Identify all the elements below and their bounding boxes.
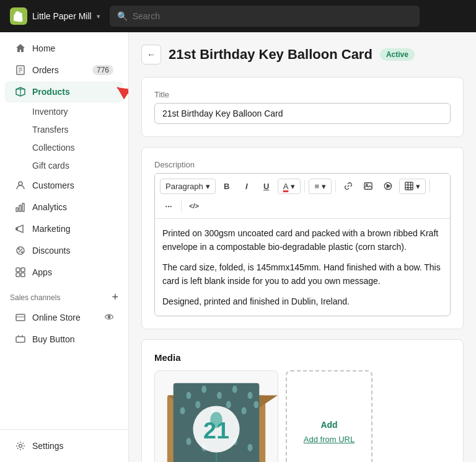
eye-icon[interactable] — [105, 313, 113, 323]
video-button[interactable] — [379, 177, 397, 195]
align-chevron-icon: ▾ — [322, 182, 326, 191]
svg-rect-9 — [19, 205, 21, 211]
paragraph-chevron-icon: ▾ — [206, 182, 210, 191]
search-input[interactable] — [133, 11, 412, 21]
sidebar-nav: Home Orders 776 Products — [0, 32, 128, 429]
status-badge: Active — [380, 48, 415, 61]
svg-point-54 — [247, 444, 252, 451]
media-title: Media — [154, 352, 451, 363]
sidebar-item-gift-cards[interactable]: Gift cards — [5, 157, 123, 174]
description-paragraph-2: The card size, folded, is 145mmx145mm. H… — [162, 260, 443, 288]
sidebar-item-products[interactable]: Products — [5, 81, 123, 102]
sidebar-item-marketing[interactable]: Marketing — [5, 218, 123, 239]
sidebar-item-analytics-label: Analytics — [32, 202, 67, 212]
svg-point-11 — [16, 228, 18, 230]
shopify-logo — [10, 7, 27, 25]
product-image: 21 Happy Birthday — [155, 370, 278, 462]
transfers-label: Transfers — [32, 125, 69, 135]
customers-icon — [15, 180, 26, 191]
svg-rect-32 — [405, 182, 413, 190]
title-input[interactable] — [154, 103, 451, 124]
svg-rect-18 — [16, 273, 20, 277]
svg-point-43 — [232, 386, 237, 393]
media-card: Media — [141, 339, 464, 462]
apps-icon — [15, 267, 26, 278]
media-item-1[interactable]: 21 Happy Birthday — [154, 370, 278, 462]
media-add-area[interactable]: Add Add from URL — [286, 370, 372, 462]
online-store-icon — [15, 312, 26, 323]
svg-point-15 — [22, 252, 23, 253]
sidebar-item-orders-label: Orders — [32, 65, 59, 75]
sidebar-item-home[interactable]: Home — [5, 38, 123, 59]
editor-content[interactable]: Printed on 300gsm uncoated card and pack… — [155, 219, 450, 316]
separator-4 — [181, 200, 182, 212]
sidebar-item-buy-button[interactable]: Buy Button — [5, 329, 123, 350]
underline-button[interactable]: U — [258, 177, 275, 195]
sidebar-item-customers[interactable]: Customers — [5, 175, 123, 196]
sidebar-item-collections[interactable]: Collections — [5, 139, 123, 156]
settings-label: Settings — [32, 441, 64, 451]
paragraph-label: Paragraph — [165, 182, 203, 191]
align-icon: ≡ — [314, 182, 319, 191]
italic-button[interactable]: I — [238, 177, 255, 195]
sidebar-footer: Settings — [0, 429, 128, 462]
search-bar[interactable]: 🔍 — [110, 6, 420, 27]
sidebar-item-inventory[interactable]: Inventory — [5, 103, 123, 120]
sidebar-item-discounts[interactable]: Discounts — [5, 240, 123, 261]
online-store-label: Online Store — [32, 313, 81, 322]
layout: Home Orders 776 Products — [0, 32, 476, 462]
sidebar-item-settings[interactable]: Settings — [5, 435, 123, 456]
svg-point-42 — [217, 392, 222, 399]
title-label: Title — [154, 90, 451, 99]
svg-rect-20 — [16, 314, 25, 321]
align-select[interactable]: ≡ ▾ — [309, 179, 332, 194]
analytics-icon — [15, 202, 26, 213]
table-select[interactable]: ▾ — [399, 179, 426, 194]
svg-rect-10 — [22, 203, 24, 211]
bold-button[interactable]: B — [218, 177, 236, 195]
svg-point-7 — [19, 182, 22, 185]
add-sales-channel-button[interactable]: + — [112, 291, 118, 304]
sidebar-item-orders[interactable]: Orders 776 — [5, 60, 123, 81]
sidebar-item-transfers[interactable]: Transfers — [5, 121, 123, 138]
svg-point-48 — [226, 401, 231, 408]
text-color-label: A — [283, 182, 289, 191]
add-from-url-link[interactable]: Add from URL — [304, 435, 355, 444]
image-button[interactable] — [359, 177, 377, 195]
code-button[interactable]: </> — [185, 197, 203, 215]
collections-label: Collections — [32, 143, 74, 153]
sidebar-item-apps-label: Apps — [32, 267, 52, 277]
link-button[interactable] — [340, 177, 357, 195]
separator-3 — [430, 180, 430, 192]
sales-channels-label: Sales channels + — [0, 283, 128, 306]
add-media-button[interactable]: Add — [320, 420, 337, 430]
svg-rect-17 — [21, 268, 25, 272]
more-button[interactable]: ··· — [160, 197, 177, 215]
svg-point-58 — [210, 412, 223, 428]
sidebar-item-analytics[interactable]: Analytics — [5, 197, 123, 218]
store-logo-area[interactable]: Little Paper Mill ▾ — [10, 7, 100, 25]
text-color-chevron-icon: ▾ — [291, 182, 295, 191]
gift-cards-label: Gift cards — [32, 161, 69, 171]
home-icon — [15, 43, 26, 54]
products-icon — [15, 86, 26, 97]
separator-1 — [304, 180, 305, 192]
svg-point-40 — [186, 392, 191, 399]
description-paragraph-1: Printed on 300gsm uncoated card and pack… — [162, 226, 443, 254]
orders-icon — [15, 64, 26, 76]
discounts-icon — [15, 245, 26, 256]
sidebar-item-products-label: Products — [32, 87, 70, 97]
text-color-select[interactable]: A ▾ — [278, 179, 301, 194]
description-paragraph-3: Designed, printed and finished in Dublin… — [162, 295, 443, 308]
back-icon: ← — [147, 50, 156, 60]
page-title: 21st Birthday Key Balloon Card — [169, 47, 372, 63]
svg-rect-19 — [21, 273, 25, 277]
svg-point-44 — [247, 392, 252, 399]
table-chevron-icon: ▾ — [416, 182, 420, 191]
sidebar-item-apps[interactable]: Apps — [5, 262, 123, 283]
separator-2 — [335, 180, 336, 192]
paragraph-select[interactable]: Paragraph ▾ — [160, 179, 216, 194]
sidebar-item-online-store[interactable]: Online Store — [5, 307, 123, 328]
back-button[interactable]: ← — [141, 45, 161, 64]
description-card: Description Paragraph ▾ B I U A ▾ — [141, 147, 464, 329]
